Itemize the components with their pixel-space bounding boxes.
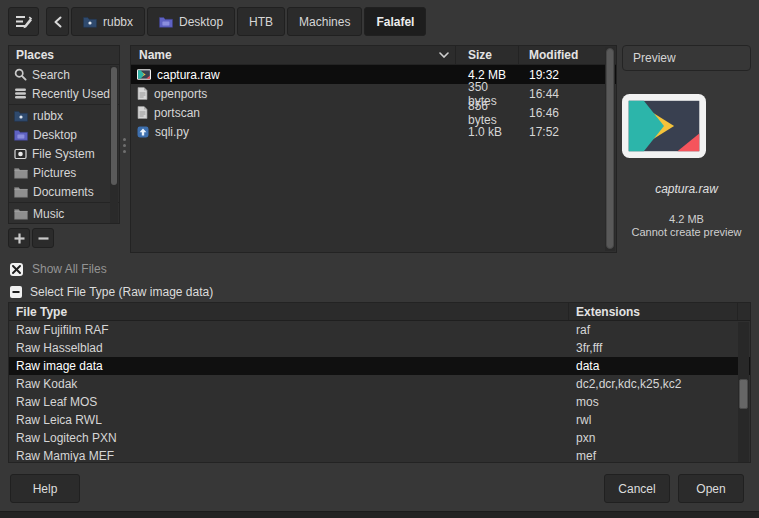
- file-type-row-raw-logitech-pxn[interactable]: Raw Logitech PXNpxn: [9, 429, 750, 447]
- show-all-files-option[interactable]: Show All Files: [10, 262, 107, 276]
- file-name: openports: [154, 87, 207, 101]
- text-file-icon: [137, 87, 148, 100]
- column-header-name[interactable]: Name: [131, 46, 456, 64]
- file-row-openports[interactable]: openports350 bytes16:44: [131, 84, 616, 103]
- sidebar-item-label: Desktop: [33, 128, 77, 142]
- sidebar-item-recently-used[interactable]: Recently Used: [9, 84, 119, 103]
- help-button[interactable]: Help: [10, 474, 80, 503]
- preview-title: Preview: [633, 51, 676, 65]
- pane-splitter-handle[interactable]: [122, 138, 126, 153]
- file-type-name: Raw Hasselblad: [9, 341, 569, 355]
- sidebar-item-label: Pictures: [33, 166, 76, 180]
- places-separator: [9, 202, 119, 203]
- file-name: sqli.py: [155, 125, 189, 139]
- folder-icon: [14, 167, 28, 179]
- preview-filename: captura.raw: [622, 182, 751, 196]
- column-header-extensions-label: Extensions: [576, 305, 640, 319]
- file-row-captura.raw[interactable]: captura.raw4.2 MB19:32: [131, 65, 616, 84]
- breadcrumb-label: Falafel: [376, 15, 414, 29]
- file-name: captura.raw: [157, 68, 220, 82]
- sidebar-item-file-system[interactable]: File System: [9, 144, 119, 163]
- text-file-icon: [137, 106, 148, 119]
- drive-icon: [14, 148, 27, 160]
- breadcrumb-htb[interactable]: HTB: [237, 7, 285, 36]
- sidebar-item-rubbx[interactable]: rubbx: [9, 106, 119, 125]
- preview-frame: Preview: [622, 45, 751, 71]
- breadcrumb-machines[interactable]: Machines: [287, 7, 362, 36]
- column-header-size[interactable]: Size: [456, 46, 519, 64]
- open-button[interactable]: Open: [678, 474, 744, 503]
- expander-minus-icon[interactable]: [10, 286, 22, 298]
- breadcrumb-label: HTB: [249, 15, 273, 29]
- places-separator: [9, 104, 119, 105]
- file-type-name: Raw image data: [9, 359, 569, 373]
- file-size: 1.0 kB: [456, 125, 519, 139]
- image-preview-icon: [622, 94, 706, 158]
- select-file-type-label: Select File Type (Raw image data): [30, 285, 213, 299]
- sidebar-item-pictures[interactable]: Pictures: [9, 163, 119, 182]
- column-header-size-label: Size: [468, 48, 492, 62]
- back-button[interactable]: [46, 7, 69, 36]
- file-list: Name Size Modified captura.raw4.2 MB19:3…: [130, 45, 617, 253]
- file-type-row-raw-leaf-mos[interactable]: Raw Leaf MOSmos: [9, 393, 750, 411]
- toolbar: rubbxDesktopHTBMachinesFalafel: [8, 7, 426, 36]
- file-size: 856 bytes: [456, 99, 519, 127]
- file-type-row-raw-leica-rwl[interactable]: Raw Leica RWLrwl: [9, 411, 750, 429]
- file-type-row-raw-mamiya-mef[interactable]: Raw Mamiya MEFmef: [9, 447, 750, 463]
- breadcrumb-falafel[interactable]: Falafel: [364, 7, 426, 36]
- column-header-name-label: Name: [139, 48, 172, 62]
- places-scrollbar[interactable]: [110, 66, 118, 223]
- file-type-row-raw-fujifilm-raf[interactable]: Raw Fujifilm RAFraf: [9, 321, 750, 339]
- breadcrumb-rubbx[interactable]: rubbx: [71, 7, 145, 36]
- breadcrumb-desktop[interactable]: Desktop: [147, 7, 235, 36]
- python-file-icon: [137, 126, 149, 138]
- sidebar-item-label: Recently Used: [32, 87, 110, 101]
- file-row-portscan[interactable]: portscan856 bytes16:46: [131, 103, 616, 122]
- file-type-extensions: data: [569, 359, 750, 373]
- checkbox-checked-icon[interactable]: [10, 263, 23, 276]
- file-type-name: Raw Mamiya MEF: [9, 449, 569, 463]
- sidebar-item-music[interactable]: Music: [9, 204, 119, 223]
- remove-bookmark-button[interactable]: [32, 228, 54, 248]
- file-modified: 16:46: [519, 106, 616, 120]
- column-header-modified-label: Modified: [529, 48, 578, 62]
- type-filename-button[interactable]: [8, 7, 39, 36]
- file-type-rows: Raw Fujifilm RAFrafRaw Hasselblad3fr,fff…: [9, 321, 750, 463]
- file-modified: 16:44: [519, 87, 616, 101]
- desktop-folder-icon: [159, 16, 173, 28]
- file-modified: 17:52: [519, 125, 616, 139]
- sidebar-item-label: Music: [33, 207, 64, 221]
- file-row-sqli.py[interactable]: sqli.py1.0 kB17:52: [131, 122, 616, 141]
- edit-location-icon: [15, 14, 33, 30]
- folder-icon: [14, 208, 28, 220]
- file-type-name: Raw Kodak: [9, 377, 569, 391]
- file-type-scrollbar[interactable]: [738, 322, 749, 462]
- places-list: SearchRecently UsedrubbxDesktopFile Syst…: [9, 65, 119, 223]
- add-bookmark-button[interactable]: [8, 228, 30, 248]
- column-header-modified[interactable]: Modified: [519, 46, 616, 64]
- file-type-name: Raw Logitech PXN: [9, 431, 569, 445]
- sidebar-item-documents[interactable]: Documents: [9, 182, 119, 201]
- file-type-row-raw-image-data[interactable]: Raw image datadata: [9, 357, 750, 375]
- sidebar-item-desktop[interactable]: Desktop: [9, 125, 119, 144]
- file-type-name: Raw Fujifilm RAF: [9, 323, 569, 337]
- file-type-extensions: raf: [569, 323, 750, 337]
- select-file-type-expander[interactable]: Select File Type (Raw image data): [10, 285, 213, 299]
- column-header-file-type[interactable]: File Type: [9, 303, 569, 320]
- search-icon: [14, 68, 27, 81]
- file-list-scrollbar[interactable]: [605, 47, 615, 251]
- show-all-files-label: Show All Files: [32, 262, 107, 276]
- cancel-button[interactable]: Cancel: [604, 474, 670, 503]
- column-header-extensions[interactable]: Extensions: [569, 303, 738, 320]
- file-name: portscan: [154, 106, 200, 120]
- file-name-cell: openports: [131, 87, 456, 101]
- home-folder-icon: [14, 110, 28, 122]
- file-type-extensions: 3fr,fff: [569, 341, 750, 355]
- sidebar-item-label: rubbx: [33, 109, 63, 123]
- file-type-row-raw-kodak[interactable]: Raw Kodakdc2,dcr,kdc,k25,kc2: [9, 375, 750, 393]
- breadcrumb-label: Machines: [299, 15, 350, 29]
- file-type-extensions: mos: [569, 395, 750, 409]
- file-type-name: Raw Leaf MOS: [9, 395, 569, 409]
- file-type-row-raw-hasselblad[interactable]: Raw Hasselblad3fr,fff: [9, 339, 750, 357]
- sidebar-item-search[interactable]: Search: [9, 65, 119, 84]
